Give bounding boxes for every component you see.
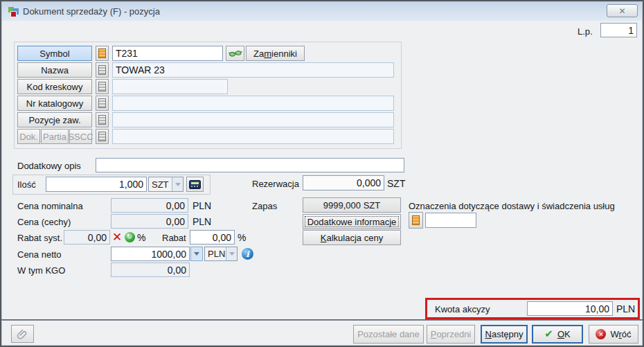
currency-value: PLN	[205, 247, 226, 260]
window-title: Dokument sprzedaży (F) - pozycja	[23, 6, 160, 17]
kod-kreskowy-input[interactable]	[112, 79, 228, 94]
partia-button[interactable]: Partia	[41, 129, 69, 144]
symbol-button[interactable]: Symbol	[17, 46, 92, 61]
kwota-akcyzy-label: Kwota akcyzy	[435, 304, 490, 315]
pozostale-dane-button[interactable]: Pozostałe dane	[353, 325, 424, 344]
oznaczenia-lookup-button[interactable]	[409, 212, 423, 229]
oznaczenia-label: Oznaczenia dotyczące dostawy i świadczen…	[409, 201, 615, 212]
dps-lookup-button[interactable]	[96, 129, 109, 144]
nr-katalogowy-input[interactable]	[112, 96, 394, 111]
close-icon: ✕	[618, 6, 625, 16]
nr-katalogowy-lookup-button[interactable]	[96, 96, 109, 111]
zamienniki-button[interactable]: Zamienniki	[246, 46, 305, 61]
rezerwacja-unit: SZT	[387, 178, 405, 189]
currency-combo[interactable]: PLN	[204, 247, 238, 261]
cena-netto-field[interactable]: 1000,00	[111, 247, 190, 261]
kgo-field: 0,00	[111, 263, 190, 277]
rabat-syst-percent: %	[137, 232, 145, 243]
ok-button[interactable]: ✔OK	[532, 325, 583, 344]
attachment-button[interactable]	[11, 325, 34, 343]
kalkulacja-ceny-button[interactable]: Kalkulacja ceny	[303, 230, 401, 245]
rabat-clear-button[interactable]: ✕	[111, 231, 123, 243]
cena-nominalna-label: Cena nominalna	[17, 201, 83, 212]
rabat-restore-button[interactable]: ↻	[124, 231, 135, 242]
cena-cechy-currency: PLN	[193, 216, 211, 227]
notebook-icon	[98, 132, 106, 141]
dodatkowe-informacje-button[interactable]: Dodatkowe informacje	[303, 214, 401, 229]
pozycje-zaw-button[interactable]: Pozycje zaw.	[17, 112, 92, 127]
notebook-icon	[98, 82, 106, 91]
notebook-icon	[98, 115, 106, 125]
check-icon: ✔	[544, 329, 553, 339]
dps-input[interactable]	[112, 129, 394, 144]
cena-cechy-label: Cena (cechy)	[17, 217, 71, 228]
ilosc-input[interactable]: 1,000	[46, 177, 147, 192]
symbol-lookup-button[interactable]	[96, 46, 109, 61]
paperclip-icon	[17, 328, 28, 340]
glasses-icon	[229, 49, 242, 57]
error-icon: ✕	[596, 329, 606, 339]
rezerwacja-field: 0,000	[303, 175, 384, 190]
chevron-down-icon	[172, 177, 183, 191]
close-button[interactable]: ✕	[607, 4, 638, 17]
zapas-label: Zapas	[252, 201, 277, 212]
nazwa-button[interactable]: Nazwa	[17, 62, 92, 78]
symbol-preview-button[interactable]	[226, 46, 244, 61]
nazwa-lookup-button[interactable]	[96, 62, 109, 78]
oznaczenia-input[interactable]	[425, 213, 476, 228]
cena-netto-dropdown-button[interactable]	[190, 247, 203, 261]
ilosc-unit-value: SZT	[149, 177, 172, 191]
sscc-button[interactable]: SSCC	[69, 129, 92, 144]
notebook-icon	[98, 48, 106, 58]
ilosc-unit-combo[interactable]: SZT	[148, 177, 184, 192]
titlebar: Dokument sprzedaży (F) - pozycja	[2, 2, 642, 21]
rabat-label: Rabat	[162, 233, 186, 244]
cena-nominalna-currency: PLN	[193, 200, 211, 211]
cena-cechy-field: 0,00	[111, 214, 188, 229]
poprzedni-button[interactable]: Poprzedni	[427, 325, 475, 344]
rabat-syst-label: Rabat syst.	[17, 233, 62, 244]
notebook-icon	[98, 65, 106, 75]
kgo-label: W tym KGO	[17, 265, 65, 276]
kwota-akcyzy-currency: PLN	[616, 303, 635, 314]
green-refresh-icon: ↻	[125, 232, 135, 242]
dodatkowy-opis-label: Dodatkowy opis	[17, 161, 81, 172]
chevron-down-icon	[226, 247, 237, 260]
nastepny-button[interactable]: Następny	[481, 325, 528, 344]
pozycje-zaw-lookup-button[interactable]	[96, 112, 109, 127]
symbol-input[interactable]: T231	[112, 46, 223, 61]
cena-nominalna-field: 0,00	[111, 198, 188, 213]
app-icon	[8, 6, 20, 18]
dialog-window: Dokument sprzedaży (F) - pozycja ✕ L.p. …	[0, 0, 644, 347]
kwota-akcyzy-field[interactable]: 10,00	[527, 301, 613, 316]
price-info-button[interactable]: i	[241, 247, 254, 260]
rabat-field[interactable]: 0,00	[190, 230, 235, 244]
kod-kreskowy-lookup-button[interactable]	[96, 79, 109, 94]
wroc-button[interactable]: ✕Wróć	[589, 325, 638, 344]
dok-button[interactable]: Dok.	[17, 129, 40, 144]
calculator-icon	[189, 180, 201, 189]
footer-separator	[1, 319, 643, 321]
chevron-down-icon	[194, 252, 199, 256]
lp-input[interactable]: 1	[600, 23, 637, 37]
ilosc-label: Ilość	[17, 179, 36, 190]
info-icon: i	[242, 248, 253, 260]
notebook-icon	[412, 215, 420, 225]
nazwa-input[interactable]: TOWAR 23	[112, 62, 394, 78]
rezerwacja-label: Rezerwacja	[252, 179, 299, 190]
cena-netto-label: Cena netto	[17, 249, 62, 260]
pozycje-zaw-input[interactable]	[112, 112, 394, 127]
calculator-button[interactable]	[186, 177, 204, 192]
notebook-icon	[98, 98, 106, 108]
red-x-icon: ✕	[112, 231, 122, 243]
dodatkowy-opis-input[interactable]	[96, 158, 404, 172]
nr-katalogowy-button[interactable]: Nr katalogowy	[17, 96, 92, 111]
rabat-syst-field: 0,00	[64, 230, 110, 244]
zapas-field: 9999,000 SZT	[303, 197, 401, 213]
lp-label: L.p.	[578, 26, 593, 37]
kod-kreskowy-button[interactable]: Kod kreskowy	[17, 79, 92, 94]
rabat-percent: %	[238, 232, 246, 243]
